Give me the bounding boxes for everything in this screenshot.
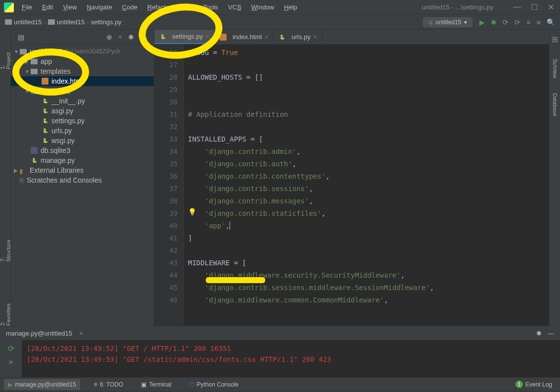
breadcrumb-item[interactable]: untitled15 xyxy=(57,18,85,26)
tab-terminal[interactable]: ▣ Terminal xyxy=(137,379,175,390)
editor-body[interactable]: 2627282930313233343536373839404142434445… xyxy=(154,45,549,326)
tree-scratches[interactable]: ⎘ Scratches and Consoles xyxy=(11,175,154,185)
settings-icon[interactable]: ✱ xyxy=(128,33,134,41)
hide-icon[interactable]: — xyxy=(140,33,147,41)
tree-label: app xyxy=(41,57,52,65)
tree-item[interactable]: 🐍wsgi.py xyxy=(11,136,154,146)
collapse-icon[interactable]: ÷ xyxy=(118,33,122,41)
console-output[interactable]: [28/Oct/2021 13:49:52] "GET / HTTP/1.1" … xyxy=(22,340,560,377)
menu-tools[interactable]: Tools xyxy=(199,2,222,12)
line-gutter[interactable]: 2627282930313233343536373839404142434445… xyxy=(154,45,184,326)
maximize-button[interactable]: ☐ xyxy=(531,2,538,12)
scratches-icon: ⎘ xyxy=(20,176,24,184)
tree-arrow[interactable]: ▼ xyxy=(25,69,31,74)
run-configuration-dropdown[interactable]: dj untitled15 ▾ xyxy=(423,17,473,27)
tool-database[interactable]: Database xyxy=(552,93,558,116)
tree-item[interactable]: 🐍manage.py xyxy=(11,155,154,165)
menu-refactor[interactable]: Refactor xyxy=(143,2,176,12)
tool-project[interactable]: 1: Project xyxy=(0,49,11,69)
nav-toolbar: untitled15 › untitled15 › settings.py dj… xyxy=(0,15,560,30)
tree-item[interactable]: 🐍__init__.py xyxy=(11,96,154,106)
menu-edit[interactable]: Edit xyxy=(38,2,57,12)
locate-icon[interactable]: ⊕ xyxy=(106,33,112,41)
python-icon: ⬡ xyxy=(189,381,194,388)
close-icon[interactable]: × xyxy=(265,34,268,41)
menu-vcs[interactable]: VCS xyxy=(224,2,245,12)
chevron-down-icon[interactable]: ▼ xyxy=(14,49,20,54)
stop-button[interactable]: ■ xyxy=(537,18,541,26)
project-view-icon[interactable]: ▤ xyxy=(18,33,24,41)
python-file-icon: 🐍 xyxy=(31,157,38,164)
menu-navigate[interactable]: Navigate xyxy=(83,2,116,12)
run-button[interactable]: ▶ xyxy=(479,18,485,26)
titlebar: File Edit View Navigate Code Refactor Ru… xyxy=(0,0,560,15)
close-button[interactable]: ✕ xyxy=(548,2,554,12)
breadcrumb-item[interactable]: settings.py xyxy=(91,18,121,26)
run-panel-header: manage.py@untitled15 × ✱ — xyxy=(0,326,560,340)
chevron-right-icon[interactable]: ▶ xyxy=(14,168,20,173)
html-file-icon xyxy=(42,78,48,85)
menu-code[interactable]: Code xyxy=(118,2,141,12)
tree-item[interactable]: ▶app xyxy=(11,56,154,66)
rerun-icon[interactable]: ⟳ xyxy=(8,344,14,353)
tree-label: untitled15 xyxy=(41,87,71,95)
close-icon[interactable]: × xyxy=(206,33,209,40)
close-icon[interactable]: × xyxy=(314,34,317,41)
editor-tab[interactable]: 🐍settings.py× xyxy=(154,30,215,44)
tool-sciview[interactable]: SciView xyxy=(552,59,558,78)
python-file-icon: 🐍 xyxy=(42,137,48,144)
tree-label: asgi.py xyxy=(51,107,73,115)
run-panel: manage.py@untitled15 × ✱ — ⟳ » [28/Oct/2… xyxy=(0,326,560,377)
search-button[interactable]: 🔍 xyxy=(547,18,555,26)
tool-favorites[interactable]: 2: Favorites xyxy=(0,301,11,326)
tree-label: __init__.py xyxy=(51,97,85,105)
coverage-button[interactable]: ⟳ xyxy=(503,18,509,26)
tree-external-libraries[interactable]: ▶ External Libraries xyxy=(11,165,154,175)
db-icon[interactable]: ⊞ xyxy=(552,35,558,44)
editor-tabs: 🐍settings.py×index.html×🐍urls.py× xyxy=(154,30,549,45)
breadcrumb[interactable]: untitled15 › untitled15 › settings.py xyxy=(5,18,122,26)
project-tree[interactable]: ▼ untitled15 C:\Users\30452\Pych ▶app▼te… xyxy=(11,45,154,326)
tree-item[interactable]: 🐍settings.py xyxy=(11,116,154,126)
editor-tab[interactable]: 🐍urls.py× xyxy=(274,30,322,44)
tree-item[interactable]: ▼templates xyxy=(11,66,154,76)
attach-button[interactable]: ≡ xyxy=(526,18,530,26)
tree-arrow[interactable]: ▼ xyxy=(25,89,31,94)
menu-window[interactable]: Window xyxy=(247,2,278,12)
editor-area: 🐍settings.py×index.html×🐍urls.py× 262728… xyxy=(154,30,549,326)
settings-icon[interactable]: ✱ xyxy=(536,330,542,337)
code-content[interactable]: DEBUG = True ALLOWED_HOSTS = [] # Applic… xyxy=(184,45,549,326)
tool-structure[interactable]: 7: Structure xyxy=(0,238,11,262)
profiler-button[interactable]: ⟳ xyxy=(514,18,520,26)
tab-event-log[interactable]: 1 Event Log xyxy=(512,379,556,390)
tree-item[interactable]: 🐍urls.py xyxy=(11,126,154,136)
minimize-button[interactable]: — xyxy=(513,2,521,12)
intention-bulb-icon[interactable]: 💡 xyxy=(188,208,196,216)
editor-tab[interactable]: index.html× xyxy=(215,30,274,44)
tab-todo[interactable]: ≡ 6: TODO xyxy=(90,379,128,390)
scroll-icon[interactable]: » xyxy=(9,357,13,366)
hide-icon[interactable]: — xyxy=(548,330,554,337)
breadcrumb-item[interactable]: untitled15 xyxy=(14,18,42,26)
project-panel-header: ▤ ⊕ ÷ ✱ — xyxy=(11,30,154,45)
run-config-title: manage.py@untitled15 xyxy=(6,330,72,337)
tab-python-console[interactable]: ⬡ Python Console xyxy=(186,379,243,390)
console-line: [28/Oct/2021 13:49:52] "GET / HTTP/1.1" … xyxy=(27,343,555,354)
tree-arrow[interactable]: ▶ xyxy=(25,59,31,64)
tree-item[interactable]: index.html xyxy=(11,76,154,86)
tree-item[interactable]: ▼untitled15 xyxy=(11,86,154,96)
menu-view[interactable]: View xyxy=(59,2,81,12)
menu-help[interactable]: Help xyxy=(280,2,301,12)
toolbar-actions: ▶ ✱ ⟳ ⟳ ≡ ■ 🔍 xyxy=(479,18,555,26)
tab-run[interactable]: ▶ manage.py@untitled15 xyxy=(4,379,80,390)
tree-root[interactable]: ▼ untitled15 C:\Users\30452\Pych xyxy=(11,47,154,56)
python-file-icon: 🐍 xyxy=(159,33,166,40)
debug-button[interactable]: ✱ xyxy=(491,18,497,26)
tree-item[interactable]: 🐍asgi.py xyxy=(11,106,154,116)
menu-file[interactable]: File xyxy=(18,2,36,12)
tab-label: Python Console xyxy=(197,381,239,388)
tab-label: index.html xyxy=(233,33,262,41)
tree-item[interactable]: db.sqlite3 xyxy=(11,146,154,155)
close-tab-icon[interactable]: × xyxy=(79,330,83,337)
menu-run[interactable]: Run xyxy=(178,2,197,12)
